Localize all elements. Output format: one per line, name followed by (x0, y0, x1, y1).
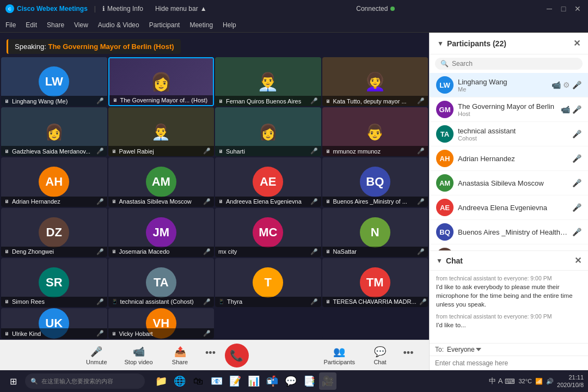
taskbar-app-store[interactable]: 🛍 (189, 372, 207, 390)
menu-meeting[interactable]: Meeting (189, 21, 213, 29)
video-cell-ae[interactable]: AE 🖥 Andreeva Elena Evgenievna 🎤 (215, 157, 321, 206)
menu-help[interactable]: Help (223, 21, 236, 29)
name-block-gm: The Governing Mayor of Berlin Host (458, 102, 556, 117)
video-cell-gm[interactable]: 👩 🖥 The Governing Mayor of... (Host) (108, 57, 215, 106)
video-cell-dz[interactable]: DZ 🖥 Deng Zhongwei 🎤 (1, 208, 107, 257)
video-cell-lw[interactable]: LW 🖥 Linghang Wang (Me) 🎤 (1, 57, 107, 106)
search-input[interactable] (452, 60, 577, 68)
meeting-info-btn[interactable]: ℹ Meeting Info (102, 5, 143, 13)
video-cell-tm[interactable]: TM 🖥 TERESA CHAVARRIA MADR... 🎤 (322, 258, 428, 307)
chevron-icon: ▲ (200, 5, 207, 13)
taskbar-app-mail[interactable]: 📧 (208, 372, 225, 390)
taskbar-app-explorer[interactable]: 📁 (152, 372, 170, 390)
video-cell-ta[interactable]: TA 📱 technical assistant (Cohost) 🎤 (108, 258, 215, 307)
video-cell-bq[interactable]: BQ 🖥 Buenos Aires _Ministry of ... 🎤 (322, 157, 428, 206)
bottom-toolbar: 🎤 Unmute 📹 Stop video 📤 Share ••• 📞 (0, 340, 429, 370)
name-bar-fq: 🖥 Fernan Quiros Buenos Aires 🎤 (215, 96, 321, 106)
p-icons-lw: 📹 ⚙ 🎤 (552, 81, 581, 89)
pc-icon-uk: 🖥 (4, 331, 9, 336)
chat-button[interactable]: 💬 Chat (364, 344, 396, 367)
stop-video-button[interactable]: 📹 Stop video (118, 344, 160, 367)
mic-off-gs: 🎤 (96, 148, 104, 155)
unmute-button[interactable]: 🎤 Unmute (79, 344, 114, 367)
avatar-ah: AH (436, 150, 454, 167)
participant-item-lw[interactable]: LW Linghang Wang Me 📹 ⚙ 🎤 (430, 73, 588, 97)
participants-close-button[interactable]: ✕ (573, 38, 580, 48)
taskbar-app-edge[interactable]: 🌐 (171, 372, 188, 390)
participant-item-gm[interactable]: GM The Governing Mayor of Berlin Host 📹 … (430, 97, 588, 122)
taskbar-app-ppt[interactable]: 📑 (301, 372, 318, 390)
video-cell-gs[interactable]: 👩 🖥 Gadzhieva Saida Merdanov... 🎤 (1, 107, 107, 156)
hide-menu-btn[interactable]: Hide menu bar ▲ (155, 5, 207, 13)
taskbar-app-teams[interactable]: 💬 (282, 372, 299, 390)
pc-icon-ty: 📱 (218, 299, 224, 304)
taskbar-search[interactable]: 🔍 在这里输入您要搜索的内容 (25, 373, 145, 389)
video-cell-su[interactable]: 👩 🖥 Suharti 🎤 (215, 107, 321, 156)
video-grid: LW 🖥 Linghang Wang (Me) 🎤 👩 🖥 Th (0, 33, 429, 340)
cell-name-jm: Josemaria Macedo (119, 248, 170, 255)
menu-audio-video[interactable]: Audio & Video (98, 21, 139, 29)
taskbar-apps: 📁 🌐 🛍 📧 📝 📊 📬 💬 📑 🎥 (152, 372, 336, 390)
cell-name-lw: Linghang Wang (Me) (12, 98, 68, 105)
p-icons-ae: 🎤 (572, 203, 581, 212)
participant-item-ta[interactable]: TA technical assistant Cohost 🎤 (430, 122, 588, 146)
p-sub-lw: Me (458, 86, 547, 93)
video-cell-vh[interactable]: VH 🖥 Vicky Hobart 🎤 (108, 308, 215, 339)
video-cell-na[interactable]: N 🖥 NaSattar 🎤 (322, 208, 428, 257)
menu-bar: File Edit Share View Audio & Video Parti… (0, 17, 588, 33)
chat-text-2: I'd like to... (436, 321, 581, 329)
video-cell-ty[interactable]: T 📱 Thyra 🎤 (215, 258, 321, 307)
taskbar-app-word[interactable]: 📝 (226, 372, 244, 390)
participants-icon: 👥 (333, 346, 345, 358)
participant-item-bq[interactable]: BQ Buenos Aires _Ministry of Health_ Fer… (430, 220, 588, 244)
close-button[interactable]: ✕ (573, 4, 583, 14)
video-cell-sr[interactable]: SR 🖥 Simon Rees 🎤 (1, 258, 107, 307)
more-options-button[interactable]: ••• (201, 344, 220, 363)
video-cell-ah[interactable]: AH 🖥 Adrian Hernandez 🎤 (1, 157, 107, 206)
menu-file[interactable]: File (5, 21, 16, 29)
participants-button[interactable]: 👥 Participants (317, 344, 362, 367)
maximize-button[interactable]: □ (559, 4, 568, 14)
windows-taskbar: ⊞ 🔍 在这里输入您要搜索的内容 📁 🌐 🛍 📧 📝 📊 📬 💬 📑 🎥 中 A… (0, 370, 588, 392)
chat-close-button[interactable]: ✕ (574, 255, 581, 266)
participant-item-dz[interactable]: DZ Deng Zhongwei 🎤 (430, 244, 588, 250)
video-cell-empty2 (322, 308, 428, 339)
share-button[interactable]: 📤 Share (164, 344, 197, 367)
chat-to-select[interactable]: Everyone (447, 346, 482, 353)
video-cell-mc[interactable]: MC mx city 🎤 (215, 208, 321, 257)
cell-name-sr: Simon Rees (12, 298, 45, 305)
start-button[interactable]: ⊞ (4, 372, 22, 390)
video-cell-jm[interactable]: JM 🖥 Josemaria Macedo 🎤 (108, 208, 215, 257)
menu-view[interactable]: View (74, 21, 88, 29)
chat-msg-2: from technical assistant to everyone: 9:… (436, 313, 581, 329)
video-cell-fq[interactable]: 👨‍💼 🖥 Fernan Quiros Buenos Aires 🎤 (215, 57, 321, 106)
chat-input[interactable] (435, 359, 583, 367)
taskbar-app-outlook[interactable]: 📬 (264, 372, 281, 390)
chat-meta-2: from technical assistant to everyone: 9:… (436, 313, 581, 320)
minimize-button[interactable]: ─ (544, 4, 554, 14)
video-cell-kt[interactable]: 👩‍🦱 🖥 Kata Tutto, deputy mayor ... 🎤 (322, 57, 428, 106)
name-bar-na: 🖥 NaSattar 🎤 (322, 247, 428, 257)
mic-off-mc: 🎤 (310, 248, 318, 255)
menu-edit[interactable]: Edit (26, 21, 37, 29)
video-cell-pr[interactable]: 👨‍💼 🖥 Pawel Rabiej 🎤 (108, 107, 215, 156)
video-cell-mm[interactable]: 👨 🖥 mmunoz mmunoz 🎤 (322, 107, 428, 156)
participant-item-ah[interactable]: AH Adrian Hernandez 🎤 (430, 146, 588, 171)
participant-item-ae[interactable]: AE Andreeva Elena Evgenievna 🎤 (430, 195, 588, 220)
mic-off-fq: 🎤 (310, 97, 318, 105)
taskbar-app-excel[interactable]: 📊 (245, 372, 262, 390)
more-button[interactable]: ••• (399, 344, 418, 363)
video-cell-uk[interactable]: UK 🖥 Ulrike Kind 🎤 (1, 308, 107, 339)
mic-off-ty: 🎤 (310, 298, 318, 305)
menu-participant[interactable]: Participant (149, 21, 180, 29)
menu-share[interactable]: Share (47, 21, 64, 29)
video-cell-am[interactable]: AM 🖥 Anastasia Sibileva Moscow 🎤 (108, 157, 215, 206)
end-call-button[interactable]: 📞 (225, 344, 249, 367)
participants-panel-header: ▼ Participants (22) ✕ (430, 33, 588, 54)
p-name-ae: Andreeva Elena Evgenievna (458, 204, 568, 212)
participants-title: Participants (22) (447, 39, 506, 48)
cell-name-am: Anastasia Sibileva Moscow (119, 198, 192, 205)
participants-search[interactable]: 🔍 (435, 58, 583, 70)
participant-item-am[interactable]: AM Anastasia Sibileva Moscow 🎤 (430, 171, 588, 195)
taskbar-app-webex[interactable]: 🎥 (319, 372, 336, 390)
